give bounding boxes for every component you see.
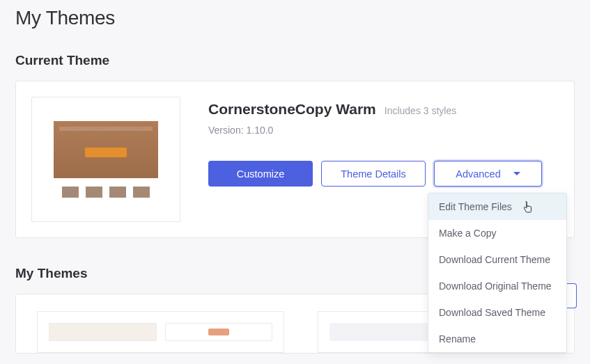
theme-details-button[interactable]: Theme Details (321, 161, 426, 187)
page-title: My Themes (15, 7, 575, 29)
theme-actions-row: Customize Theme Details Advanced (208, 161, 559, 187)
menu-item-label: Edit Theme Files (439, 201, 512, 212)
theme-version: Version: 1.10.0 (208, 125, 559, 136)
menu-item-make-a-copy[interactable]: Make a Copy (428, 220, 566, 246)
theme-card-preview (165, 323, 273, 341)
customize-button[interactable]: Customize (208, 161, 313, 187)
advanced-button[interactable]: Advanced (434, 161, 542, 187)
thumbnail-hero (54, 121, 158, 178)
theme-thumbnail (31, 97, 180, 222)
thumbnail-hero-button (85, 148, 127, 157)
menu-item-rename[interactable]: Rename (428, 326, 566, 352)
menu-item-download-original-theme[interactable]: Download Original Theme (428, 273, 566, 299)
current-theme-heading: Current Theme (15, 53, 575, 68)
theme-name: CornerstoneCopy Warm (208, 101, 376, 118)
cursor-pointer-icon (522, 201, 533, 215)
menu-item-edit-theme-files[interactable]: Edit Theme Files (428, 193, 566, 220)
theme-styles-count: Includes 3 styles (385, 105, 457, 116)
chevron-down-icon (513, 172, 520, 175)
theme-card[interactable] (37, 311, 284, 353)
theme-info: CornerstoneCopy Warm Includes 3 styles V… (208, 97, 559, 187)
upload-theme-button-edge[interactable] (567, 283, 577, 308)
theme-card-preview (49, 323, 157, 341)
advanced-button-label: Advanced (456, 168, 501, 180)
menu-item-download-current-theme[interactable]: Download Current Theme (428, 246, 566, 273)
thumbnail-row (62, 187, 150, 198)
advanced-dropdown: Edit Theme Files Make a Copy Download Cu… (428, 193, 567, 353)
menu-item-download-saved-theme[interactable]: Download Saved Theme (428, 299, 566, 326)
